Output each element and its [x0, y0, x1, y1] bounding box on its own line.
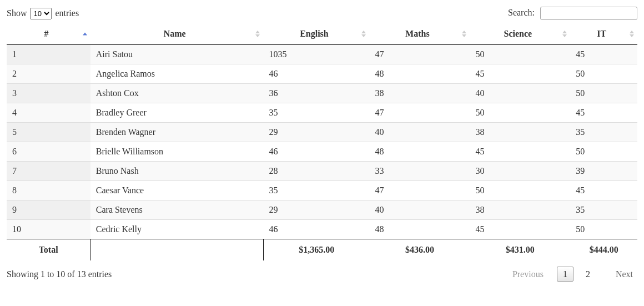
cell-it: 35 [570, 123, 637, 142]
cell-name: Airi Satou [90, 45, 264, 64]
length-suffix: entries [55, 8, 79, 18]
cell-maths: 40 [369, 123, 470, 142]
next-button[interactable]: Next [611, 267, 637, 282]
cell-it: 39 [570, 162, 637, 181]
cell-name: Brenden Wagner [90, 123, 264, 142]
cell-it: 50 [570, 84, 637, 103]
column-label: # [44, 29, 48, 38]
table-row: 2Angelica Ramos46484550 [7, 64, 637, 84]
cell-idx: 9 [7, 200, 90, 220]
cell-science: 45 [470, 220, 570, 239]
cell-english: 1035 [263, 45, 369, 64]
cell-it: 45 [570, 103, 637, 123]
column-header-name[interactable]: Name [90, 23, 264, 45]
cell-science: 45 [470, 142, 570, 162]
page-number-button[interactable]: 2 [580, 267, 596, 281]
table-row: 7Bruno Nash28333039 [7, 162, 637, 181]
cell-science: 50 [470, 103, 570, 123]
column-label: IT [597, 29, 606, 38]
column-header-maths[interactable]: Maths [369, 23, 470, 45]
cell-it: 50 [570, 220, 637, 239]
length-select[interactable]: 10 [30, 8, 52, 19]
cell-it: 45 [570, 45, 637, 64]
previous-button[interactable]: Previous [508, 267, 548, 282]
cell-maths: 48 [369, 220, 470, 239]
cell-idx: 2 [7, 64, 90, 84]
column-header-it[interactable]: IT [570, 23, 637, 45]
cell-maths: 33 [369, 162, 470, 181]
cell-science: 38 [470, 123, 570, 142]
cell-maths: 38 [369, 84, 470, 103]
cell-english: 29 [263, 200, 369, 220]
sort-both-icon [255, 30, 260, 38]
cell-english: 35 [263, 103, 369, 123]
cell-science: 50 [470, 45, 570, 64]
cell-idx: 7 [7, 162, 90, 181]
footer-total-english: $1,365.00 [263, 239, 369, 261]
page-number-button[interactable]: 1 [557, 267, 573, 282]
cell-idx: 1 [7, 45, 90, 64]
length-control: Show 10 entries [7, 8, 79, 19]
cell-maths: 47 [369, 103, 470, 123]
table-row: 1Airi Satou1035475045 [7, 45, 637, 64]
cell-it: 50 [570, 64, 637, 84]
cell-maths: 47 [369, 45, 470, 64]
sort-both-icon [361, 30, 366, 38]
sort-asc-icon [83, 32, 87, 36]
cell-it: 45 [570, 181, 637, 200]
footer-blank [90, 239, 264, 261]
cell-name: Bradley Greer [90, 103, 264, 123]
cell-name: Cedric Kelly [90, 220, 264, 239]
table-row: 10Cedric Kelly46484550 [7, 220, 637, 239]
cell-maths: 40 [369, 200, 470, 220]
search-control: Search: [508, 7, 637, 20]
column-label: English [300, 29, 329, 38]
footer-total-science: $431.00 [470, 239, 570, 261]
cell-maths: 48 [369, 64, 470, 84]
footer-total-it: $444.00 [570, 239, 637, 261]
cell-idx: 10 [7, 220, 90, 239]
cell-idx: 4 [7, 103, 90, 123]
table-row: 6Brielle Williamson46484550 [7, 142, 637, 162]
table-row: 3Ashton Cox36384050 [7, 84, 637, 103]
cell-name: Angelica Ramos [90, 64, 264, 84]
footer-total-label: Total [7, 239, 90, 261]
sort-both-icon [462, 30, 466, 38]
cell-idx: 6 [7, 142, 90, 162]
table-row: 9Cara Stevens29403835 [7, 200, 637, 220]
data-table: # Name English Maths Science IT [7, 23, 637, 260]
cell-idx: 5 [7, 123, 90, 142]
cell-idx: 3 [7, 84, 90, 103]
cell-english: 29 [263, 123, 369, 142]
footer-total-maths: $436.00 [369, 239, 470, 261]
cell-maths: 48 [369, 142, 470, 162]
cell-science: 30 [470, 162, 570, 181]
cell-name: Cara Stevens [90, 200, 264, 220]
cell-science: 40 [470, 84, 570, 103]
column-label: Name [164, 29, 186, 38]
column-label: Science [504, 29, 532, 38]
table-row: 5Brenden Wagner29403835 [7, 123, 637, 142]
column-label: Maths [405, 29, 430, 38]
cell-it: 35 [570, 200, 637, 220]
cell-english: 36 [263, 84, 369, 103]
cell-english: 46 [263, 220, 369, 239]
pagination: Previous 12 Next [508, 267, 637, 282]
search-input[interactable] [540, 7, 637, 20]
cell-english: 46 [263, 64, 369, 84]
cell-it: 50 [570, 142, 637, 162]
table-row: 8Caesar Vance35475045 [7, 181, 637, 200]
sort-both-icon [630, 30, 634, 38]
cell-idx: 8 [7, 181, 90, 200]
search-label: Search: [508, 8, 535, 17]
cell-name: Brielle Williamson [90, 142, 264, 162]
cell-name: Ashton Cox [90, 84, 264, 103]
cell-name: Bruno Nash [90, 162, 264, 181]
cell-english: 28 [263, 162, 369, 181]
cell-science: 38 [470, 200, 570, 220]
cell-name: Caesar Vance [90, 181, 264, 200]
column-header-science[interactable]: Science [470, 23, 570, 45]
column-header-english[interactable]: English [263, 23, 369, 45]
column-header-index[interactable]: # [7, 23, 90, 45]
cell-english: 46 [263, 142, 369, 162]
